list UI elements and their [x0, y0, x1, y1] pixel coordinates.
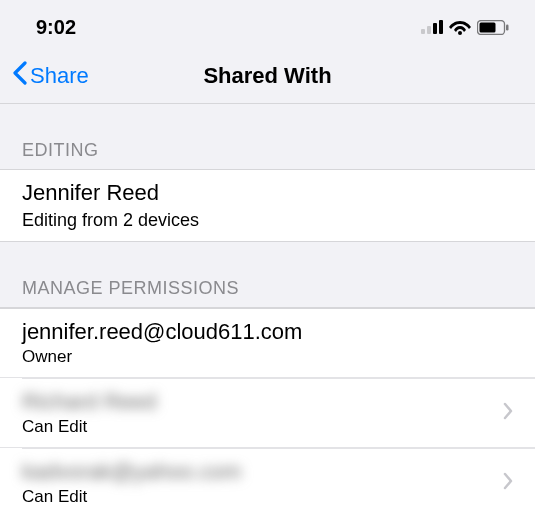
- section-header-permissions: MANAGE PERMISSIONS: [0, 242, 535, 307]
- back-chevron-icon: [12, 60, 28, 92]
- permission-role: Owner: [22, 347, 302, 367]
- back-button[interactable]: Share: [12, 60, 89, 92]
- cellular-icon: [421, 20, 443, 34]
- permission-role: Can Edit: [22, 417, 157, 437]
- permission-title-blurred: Richard Reed: [22, 389, 157, 415]
- permission-row-owner[interactable]: jennifer.reed@cloud611.com Owner: [0, 308, 535, 378]
- section-header-editing: EDITING: [0, 104, 535, 169]
- svg-rect-0: [421, 29, 425, 34]
- svg-rect-7: [506, 24, 509, 30]
- permission-row[interactable]: Richard Reed Can Edit: [0, 379, 535, 448]
- permission-title-blurred: kadvorak@yahoo.com: [22, 459, 241, 485]
- svg-rect-3: [439, 20, 443, 34]
- editing-row: Jennifer Reed Editing from 2 devices: [0, 169, 535, 242]
- nav-bar: Share Shared With: [0, 48, 535, 104]
- svg-rect-2: [433, 23, 437, 34]
- permissions-list: jennifer.reed@cloud611.com Owner Richard…: [0, 307, 535, 506]
- wifi-icon: [449, 19, 471, 35]
- permission-title: jennifer.reed@cloud611.com: [22, 319, 302, 345]
- svg-rect-1: [427, 26, 431, 34]
- back-label: Share: [30, 63, 89, 89]
- editing-status: Editing from 2 devices: [22, 210, 199, 231]
- status-time: 9:02: [36, 16, 76, 39]
- chevron-right-icon: [503, 400, 513, 426]
- svg-rect-6: [480, 22, 496, 32]
- status-bar: 9:02: [0, 0, 535, 48]
- battery-icon: [477, 20, 509, 35]
- status-icons: [421, 19, 509, 35]
- permission-role: Can Edit: [22, 487, 241, 506]
- svg-point-4: [458, 31, 462, 35]
- editing-user-name: Jennifer Reed: [22, 180, 199, 206]
- nav-title: Shared With: [203, 63, 331, 89]
- chevron-right-icon: [503, 470, 513, 496]
- permission-row[interactable]: kadvorak@yahoo.com Can Edit: [0, 449, 535, 506]
